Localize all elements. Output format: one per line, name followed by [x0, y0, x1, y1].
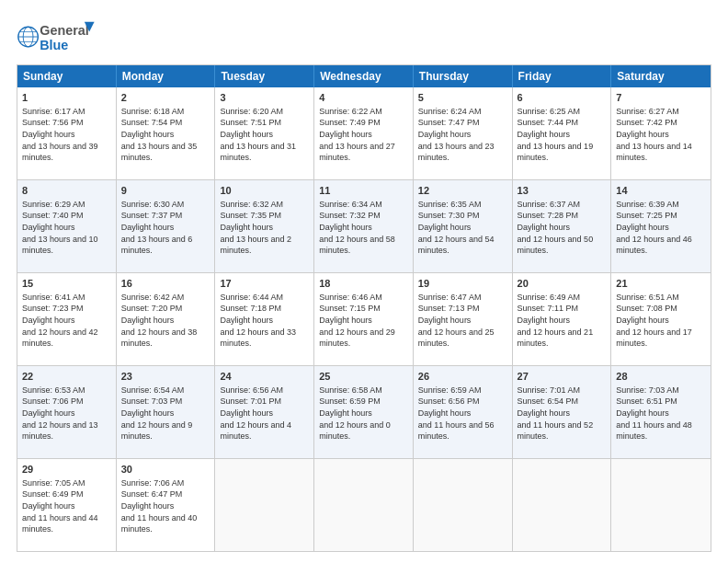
day-header: Monday — [117, 65, 216, 87]
calendar-cell: 15Sunrise: 6:41 AMSunset: 7:23 PMDayligh… — [17, 273, 117, 365]
calendar-cell — [414, 459, 513, 551]
calendar: SundayMondayTuesdayWednesdayThursdayFrid… — [17, 64, 711, 552]
calendar-week: 29Sunrise: 7:05 AMSunset: 6:49 PMDayligh… — [17, 459, 711, 551]
cell-info: Sunrise: 6:59 AMSunset: 6:56 PMDaylight … — [418, 385, 507, 442]
calendar-cell: 23Sunrise: 6:54 AMSunset: 7:03 PMDayligh… — [117, 366, 216, 458]
day-number: 24 — [220, 370, 309, 384]
calendar-cell — [314, 459, 414, 551]
day-number: 18 — [319, 277, 408, 291]
cell-info: Sunrise: 6:25 AMSunset: 7:44 PMDaylight … — [518, 106, 607, 164]
day-number: 29 — [22, 463, 111, 477]
cell-info: Sunrise: 6:56 AMSunset: 7:01 PMDaylight … — [220, 385, 309, 442]
cell-info: Sunrise: 6:29 AMSunset: 7:40 PMDaylight … — [22, 199, 111, 257]
calendar-cell: 16Sunrise: 6:42 AMSunset: 7:20 PMDayligh… — [117, 273, 216, 365]
day-header: Wednesday — [314, 65, 414, 87]
day-number: 22 — [22, 370, 111, 384]
calendar-header: SundayMondayTuesdayWednesdayThursdayFrid… — [17, 65, 711, 87]
day-number: 2 — [121, 91, 210, 105]
calendar-cell: 21Sunrise: 6:51 AMSunset: 7:08 PMDayligh… — [611, 273, 711, 365]
day-number: 25 — [319, 370, 408, 384]
calendar-week: 15Sunrise: 6:41 AMSunset: 7:23 PMDayligh… — [17, 273, 711, 366]
calendar-cell: 19Sunrise: 6:47 AMSunset: 7:13 PMDayligh… — [414, 273, 513, 365]
day-number: 15 — [22, 277, 111, 291]
day-number: 28 — [616, 370, 706, 384]
calendar-cell — [611, 459, 711, 551]
calendar-cell: 11Sunrise: 6:34 AMSunset: 7:32 PMDayligh… — [314, 180, 414, 272]
day-header: Friday — [513, 65, 612, 87]
cell-info: Sunrise: 6:32 AMSunset: 7:35 PMDaylight … — [220, 199, 309, 257]
cell-info: Sunrise: 7:05 AMSunset: 6:49 PMDaylight … — [22, 477, 111, 535]
day-number: 1 — [22, 91, 111, 105]
day-header: Sunday — [17, 65, 117, 87]
calendar-cell: 14Sunrise: 6:39 AMSunset: 7:25 PMDayligh… — [611, 180, 711, 272]
day-number: 8 — [22, 184, 111, 198]
day-number: 20 — [518, 277, 607, 291]
calendar-cell: 1Sunrise: 6:17 AMSunset: 7:56 PMDaylight… — [17, 87, 117, 179]
cell-info: Sunrise: 6:30 AMSunset: 7:37 PMDaylight … — [121, 199, 210, 257]
day-number: 26 — [418, 370, 507, 384]
day-header: Saturday — [611, 65, 711, 87]
cell-info: Sunrise: 6:41 AMSunset: 7:23 PMDaylight … — [22, 292, 111, 350]
calendar-cell: 10Sunrise: 6:32 AMSunset: 7:35 PMDayligh… — [215, 180, 314, 272]
day-number: 4 — [319, 91, 408, 105]
svg-text:General: General — [40, 23, 89, 38]
calendar-cell: 20Sunrise: 6:49 AMSunset: 7:11 PMDayligh… — [513, 273, 612, 365]
cell-info: Sunrise: 6:51 AMSunset: 7:08 PMDaylight … — [616, 292, 706, 350]
day-number: 6 — [518, 91, 607, 105]
cell-info: Sunrise: 6:42 AMSunset: 7:20 PMDaylight … — [121, 292, 210, 350]
calendar-cell: 25Sunrise: 6:58 AMSunset: 6:59 PMDayligh… — [314, 366, 414, 458]
calendar-cell: 24Sunrise: 6:56 AMSunset: 7:01 PMDayligh… — [215, 366, 314, 458]
cell-info: Sunrise: 6:35 AMSunset: 7:30 PMDaylight … — [418, 199, 507, 257]
calendar-cell: 6Sunrise: 6:25 AMSunset: 7:44 PMDaylight… — [513, 87, 612, 179]
cell-info: Sunrise: 6:18 AMSunset: 7:54 PMDaylight … — [121, 106, 210, 164]
day-number: 23 — [121, 370, 210, 384]
calendar-cell: 17Sunrise: 6:44 AMSunset: 7:18 PMDayligh… — [215, 273, 314, 365]
calendar-cell: 9Sunrise: 6:30 AMSunset: 7:37 PMDaylight… — [117, 180, 216, 272]
day-number: 3 — [220, 91, 309, 105]
day-number: 30 — [121, 463, 210, 477]
day-number: 17 — [220, 277, 309, 291]
calendar-cell: 3Sunrise: 6:20 AMSunset: 7:51 PMDaylight… — [215, 87, 314, 179]
cell-info: Sunrise: 6:47 AMSunset: 7:13 PMDaylight … — [418, 292, 507, 350]
cell-info: Sunrise: 6:22 AMSunset: 7:49 PMDaylight … — [319, 106, 408, 164]
calendar-cell: 12Sunrise: 6:35 AMSunset: 7:30 PMDayligh… — [414, 180, 513, 272]
calendar-cell: 7Sunrise: 6:27 AMSunset: 7:42 PMDaylight… — [611, 87, 711, 179]
cell-info: Sunrise: 6:39 AMSunset: 7:25 PMDaylight … — [616, 199, 706, 257]
day-number: 10 — [220, 184, 309, 198]
cell-info: Sunrise: 7:06 AMSunset: 6:47 PMDaylight … — [121, 477, 210, 535]
calendar-cell: 8Sunrise: 6:29 AMSunset: 7:40 PMDaylight… — [17, 180, 117, 272]
cell-info: Sunrise: 6:44 AMSunset: 7:18 PMDaylight … — [220, 292, 309, 350]
calendar-cell: 28Sunrise: 7:03 AMSunset: 6:51 PMDayligh… — [611, 366, 711, 458]
cell-info: Sunrise: 6:53 AMSunset: 7:06 PMDaylight … — [22, 385, 111, 442]
day-number: 21 — [616, 277, 706, 291]
cell-info: Sunrise: 6:58 AMSunset: 6:59 PMDaylight … — [319, 385, 408, 442]
cell-info: Sunrise: 7:01 AMSunset: 6:54 PMDaylight … — [518, 385, 607, 442]
calendar-cell — [513, 459, 612, 551]
calendar-cell: 13Sunrise: 6:37 AMSunset: 7:28 PMDayligh… — [513, 180, 612, 272]
calendar-cell: 29Sunrise: 7:05 AMSunset: 6:49 PMDayligh… — [17, 459, 117, 551]
cell-info: Sunrise: 6:46 AMSunset: 7:15 PMDaylight … — [319, 292, 408, 350]
day-header: Tuesday — [215, 65, 314, 87]
calendar-week: 1Sunrise: 6:17 AMSunset: 7:56 PMDaylight… — [17, 87, 711, 180]
calendar-cell: 27Sunrise: 7:01 AMSunset: 6:54 PMDayligh… — [513, 366, 612, 458]
calendar-cell: 18Sunrise: 6:46 AMSunset: 7:15 PMDayligh… — [314, 273, 414, 365]
calendar-cell: 22Sunrise: 6:53 AMSunset: 7:06 PMDayligh… — [17, 366, 117, 458]
page: General Blue SundayMondayTuesdayWednesda… — [0, 0, 728, 563]
cell-info: Sunrise: 6:49 AMSunset: 7:11 PMDaylight … — [518, 292, 607, 350]
day-number: 5 — [418, 91, 507, 105]
calendar-week: 8Sunrise: 6:29 AMSunset: 7:40 PMDaylight… — [17, 180, 711, 273]
day-header: Thursday — [414, 65, 513, 87]
cell-info: Sunrise: 6:24 AMSunset: 7:47 PMDaylight … — [418, 106, 507, 164]
day-number: 27 — [518, 370, 607, 384]
cell-info: Sunrise: 6:37 AMSunset: 7:28 PMDaylight … — [518, 199, 607, 257]
cell-info: Sunrise: 6:17 AMSunset: 7:56 PMDaylight … — [22, 106, 111, 164]
day-number: 13 — [518, 184, 607, 198]
cell-info: Sunrise: 6:27 AMSunset: 7:42 PMDaylight … — [616, 106, 706, 164]
calendar-cell: 4Sunrise: 6:22 AMSunset: 7:49 PMDaylight… — [314, 87, 414, 179]
calendar-cell: 26Sunrise: 6:59 AMSunset: 6:56 PMDayligh… — [414, 366, 513, 458]
day-number: 11 — [319, 184, 408, 198]
day-number: 12 — [418, 184, 507, 198]
calendar-week: 22Sunrise: 6:53 AMSunset: 7:06 PMDayligh… — [17, 366, 711, 459]
cell-info: Sunrise: 6:34 AMSunset: 7:32 PMDaylight … — [319, 199, 408, 257]
cell-info: Sunrise: 6:20 AMSunset: 7:51 PMDaylight … — [220, 106, 309, 164]
